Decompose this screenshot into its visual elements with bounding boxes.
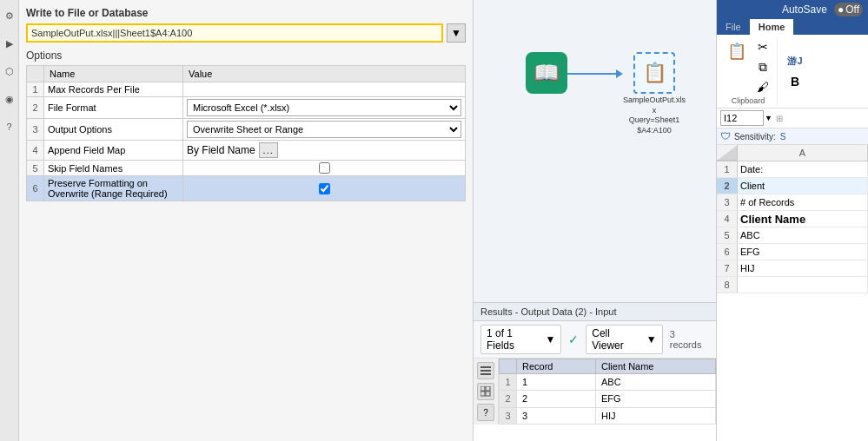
extra-font-button[interactable]: 游J xyxy=(785,51,805,70)
file-format-dropdown[interactable]: Microsoft Excel (*.xlsx) xyxy=(187,99,461,116)
results-clientname: ABC xyxy=(595,374,715,391)
autosave-label: AutoSave xyxy=(782,3,827,16)
excel-cell-6-a[interactable]: EFG xyxy=(738,244,868,260)
fields-button[interactable]: 1 of 1 Fields ▼ xyxy=(480,325,561,354)
excel-cell-1-a[interactable]: Date: xyxy=(738,161,868,177)
results-side-icons: ? xyxy=(474,359,499,425)
sidebar-icons: ⚙ ▶ ⬡ ◉ ? xyxy=(0,0,19,441)
results-panel: Results - Output Data (2) - Input 1 of 1… xyxy=(474,302,716,441)
row-num: 3 xyxy=(27,119,44,141)
excel-row-num-1: 1 xyxy=(717,161,738,177)
excel-toolbar: 📋 ✂ ⧉ 🖌 Clipboard 游J B xyxy=(717,35,868,109)
results-side-icon-help[interactable]: ? xyxy=(477,404,494,421)
row-name: Append Field Map xyxy=(44,141,183,161)
excel-row-num-8: 8 xyxy=(717,277,738,293)
row-name: Preserve Formatting on Overwrite (Range … xyxy=(44,176,183,201)
expand-icon: ⊞ xyxy=(776,114,783,123)
results-clientname: HIJ xyxy=(595,407,715,424)
excel-cell-4-a[interactable]: Client Name xyxy=(738,211,868,227)
output-options-select[interactable]: Overwrite Sheet or Range xyxy=(187,121,461,138)
col-header-num xyxy=(27,66,44,82)
file-input[interactable] xyxy=(26,23,443,43)
file-format-select[interactable]: Microsoft Excel (*.xlsx) xyxy=(187,99,461,116)
excel-ribbon: AutoSave ● Off xyxy=(717,0,868,19)
results-side-icon-table[interactable] xyxy=(477,383,494,400)
excel-tool-group-paste: 📋 ✂ ⧉ 🖌 Clipboard xyxy=(719,37,778,105)
sidebar-icon-help[interactable]: ? xyxy=(3,120,17,134)
table-row: 2 File Format Microsoft Excel (*.xlsx) xyxy=(27,97,466,119)
results-table-wrap: ? Record Client Name 1 1 ABC xyxy=(474,359,716,425)
excel-tab-home[interactable]: Home xyxy=(750,19,794,35)
excel-row-2: 2 Client xyxy=(717,178,868,194)
results-data-table: Record Client Name 1 1 ABC 2 2 EFG xyxy=(499,359,716,425)
output-node-label: SampleOutPut.xlsxQuery=Sheet1$A4:A100 xyxy=(623,95,686,136)
cell-viewer-dropdown-icon: ▼ xyxy=(646,333,657,346)
excel-grid-header: A xyxy=(717,145,868,161)
cut-button[interactable]: ✂ xyxy=(752,37,773,56)
results-side-icon-rows[interactable] xyxy=(477,362,494,379)
row-num: 5 xyxy=(27,161,44,176)
paste-button[interactable]: 📋 xyxy=(723,37,751,65)
table-row: 1 Max Records Per File xyxy=(27,82,466,97)
excel-cell-5-a[interactable]: ABC xyxy=(738,227,868,243)
table-row: 4 Append Field Map By Field Name ... xyxy=(27,141,466,161)
input-node[interactable]: 📖 xyxy=(526,52,567,94)
row-num: 6 xyxy=(27,176,44,201)
toggle-circle-icon: ● xyxy=(838,3,844,16)
cell-viewer-label: Cell Viewer xyxy=(592,327,644,352)
field-map-dots-button[interactable]: ... xyxy=(259,142,278,158)
row-value[interactable]: Overwrite Sheet or Range xyxy=(183,119,466,141)
output-options-dropdown[interactable]: Overwrite Sheet or Range xyxy=(187,121,461,138)
cell-viewer-button[interactable]: Cell Viewer ▼ xyxy=(586,325,662,354)
results-header: Results - Output Data (2) - Input xyxy=(474,303,716,321)
row-num: 2 xyxy=(27,97,44,119)
table-row: 5 Skip Field Names xyxy=(27,161,466,176)
options-table: Name Value 1 Max Records Per File 2 File… xyxy=(26,65,466,201)
name-box-input[interactable] xyxy=(720,110,764,126)
toggle-state: Off xyxy=(845,3,859,16)
excel-tab-file[interactable]: File xyxy=(717,19,750,35)
dropdown-arrow-icon: ▼ xyxy=(451,27,461,39)
sidebar-icon-circle[interactable]: ◉ xyxy=(3,92,17,106)
options-label: Options xyxy=(26,49,466,62)
field-map-value: By Field Name xyxy=(187,144,255,156)
sidebar-icon-settings[interactable]: ⚙ xyxy=(3,9,17,23)
sensitivity-label: Sensitivity: xyxy=(734,132,776,142)
file-row: ▼ xyxy=(26,23,466,43)
bold-button[interactable]: B xyxy=(785,72,805,91)
row-value[interactable]: Microsoft Excel (*.xlsx) xyxy=(183,97,466,119)
results-toolbar: 1 of 1 Fields ▼ ✓ Cell Viewer ▼ 3 record… xyxy=(474,321,716,359)
excel-cell-8-a[interactable] xyxy=(738,277,868,293)
sidebar-icon-hex[interactable]: ⬡ xyxy=(3,64,17,78)
excel-tool-group-font: 游J B xyxy=(781,51,809,91)
excel-row-5: 5 ABC xyxy=(717,227,868,244)
autosave-toggle[interactable]: ● Off xyxy=(834,3,863,16)
excel-cell-3-a[interactable]: # of Records xyxy=(738,194,868,210)
results-record: 3 xyxy=(517,407,596,424)
checkmark-icon: ✓ xyxy=(568,332,579,346)
sidebar-icon-run[interactable]: ▶ xyxy=(3,36,17,50)
svg-rect-2 xyxy=(480,373,491,375)
skip-field-names-checkbox[interactable] xyxy=(319,162,330,174)
output-node[interactable]: 📋 SampleOutPut.xlsxQuery=Sheet1$A4:A100 xyxy=(623,52,686,136)
svg-rect-1 xyxy=(480,370,491,372)
name-box-dropdown-icon[interactable]: ▼ xyxy=(765,114,772,122)
excel-cell-7-a[interactable]: HIJ xyxy=(738,260,868,276)
col-header-name: Name xyxy=(44,66,183,82)
excel-row-num-4: 4 xyxy=(717,211,738,227)
format-painter-button[interactable]: 🖌 xyxy=(752,77,773,96)
excel-row-8: 8 xyxy=(717,277,868,293)
excel-row-4: 4 Client Name xyxy=(717,211,868,227)
preserve-formatting-checkbox[interactable] xyxy=(319,183,330,194)
excel-row-num-7: 7 xyxy=(717,260,738,276)
results-col-header-record: Record xyxy=(517,359,596,374)
row-num: 4 xyxy=(27,141,44,161)
main-content: Write to File or Database ▼ Options Name… xyxy=(26,7,466,434)
file-dropdown-button[interactable]: ▼ xyxy=(447,23,466,43)
excel-cell-2-a[interactable]: Client xyxy=(738,178,868,194)
excel-row-1: 1 Date: xyxy=(717,161,868,178)
copy-button[interactable]: ⧉ xyxy=(752,57,773,76)
table-row: 6 Preserve Formatting on Overwrite (Rang… xyxy=(27,176,466,201)
connector-line xyxy=(567,73,620,75)
fields-label: 1 of 1 Fields xyxy=(487,327,542,352)
